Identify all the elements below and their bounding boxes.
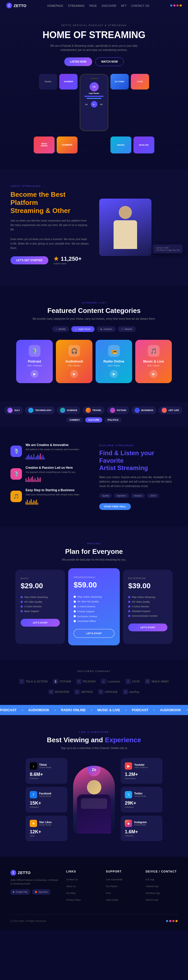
footer-link[interactable]: About Us <box>66 885 76 888</box>
social-card-facebook[interactable]: f Facebook Social Media 15K+ Followers <box>25 787 67 813</box>
wave-bar <box>28 477 29 482</box>
social-card-starlikes[interactable]: ★ Star Likes Social Media 12K+ Likes <box>25 816 67 841</box>
nav-contact[interactable]: CONTACT US <box>131 5 149 7</box>
footer-link[interactable]: Our Blog <box>66 892 75 894</box>
person-name: Carryn Zenith <box>156 247 180 249</box>
dot-icon <box>73 595 76 598</box>
hero-card-dj: DJ TONIK <box>110 74 129 89</box>
footer-brand-desc: Zetto Official Podcast & Streaming. A Po… <box>10 878 58 886</box>
company-arthoz: A ARTHOZ <box>75 689 93 694</box>
ticker-dot: • <box>91 708 92 712</box>
footer-link[interactable]: FAQ <box>106 892 111 894</box>
trial-button[interactable]: START FREE TRIAL <box>99 503 131 510</box>
about-desc-2: Even when you sit down you have a moment… <box>10 237 89 250</box>
instagram-name: Instagram <box>134 821 147 824</box>
social-card-twitter[interactable]: 𝕏 Twitter Social Media 29K+ Followers <box>121 787 163 813</box>
footer-link[interactable]: Live Importantly <box>106 878 123 881</box>
social-card-youtube[interactable]: ▶ Youtube Video Platform 1.2M+ Subscribe… <box>121 758 163 784</box>
footer-dot-red[interactable] <box>172 920 174 922</box>
nav-nft[interactable]: NFT <box>121 5 127 7</box>
about-stats-row: LET'S GET STARTED ★ 11,250+ Active Users <box>10 256 89 265</box>
footer-link[interactable]: Android App <box>146 885 158 888</box>
cat-card-audiobook[interactable]: 🎧 Audiobook 150+ Books ▶ <box>56 340 92 383</box>
wave-bar <box>30 457 30 460</box>
platform-apple[interactable]: ♫ Apple Music <box>71 326 94 332</box>
footer-link[interactable]: Help Center <box>106 899 118 901</box>
cat-card-radio[interactable]: 📻 Radio Online 300+ Radio ▶ <box>96 340 132 383</box>
twitter-name: Twitter <box>134 792 146 795</box>
tag-avatar-fiction <box>110 408 115 413</box>
cat-card-music[interactable]: 🎵 Music & Live 500+ Music ▶ <box>135 340 172 383</box>
ticker-item-0: PODCAST <box>0 708 17 712</box>
platform-spotify[interactable]: ♪ Spotify <box>52 326 69 332</box>
podcast-play-button[interactable]: ▶ <box>30 370 38 378</box>
nav-homepage[interactable]: HOMEPAGE <box>47 5 63 7</box>
footer-dot-pink[interactable] <box>169 920 171 922</box>
footer-bottom: © 2023 Zetto. All Rights Reserved. <box>10 914 178 922</box>
instagram-count: 1.6M+ <box>125 829 158 835</box>
tag-july[interactable]: JULY <box>4 406 23 414</box>
nav-page[interactable]: PAGE <box>89 5 97 7</box>
company-picasso: P PICASSO <box>76 679 96 684</box>
company-booster: B BOOSTER <box>49 689 69 694</box>
feature-item: 4K Ultra HD Quality <box>73 599 115 604</box>
person-clothing <box>81 799 107 809</box>
footer-link[interactable]: Contact Us <box>66 878 78 881</box>
tag-avatar-art <box>162 408 167 413</box>
google-play-badge[interactable]: ▶ Google Play <box>10 889 30 895</box>
tag-travel[interactable]: TRAVEL <box>83 406 105 414</box>
tiktok-sub: Social Media <box>39 766 51 768</box>
tag-comedy[interactable]: COMEDY <box>66 417 83 423</box>
tiktok-icon: ♪ <box>30 762 37 770</box>
tag-politics[interactable]: POLITICS <box>104 417 122 423</box>
brand-logo[interactable]: Z ZETTO <box>6 3 26 8</box>
dot-icon <box>73 620 76 622</box>
wave-bar <box>27 480 28 482</box>
music-play-button[interactable]: ▶ <box>150 370 158 378</box>
nav-discover[interactable]: DISCOVER <box>102 5 116 7</box>
footer-link[interactable]: Privacy Policy <box>66 899 81 901</box>
social-card-instagram[interactable]: ◈ Instagram Social Media 1.6M+ Followers <box>121 816 163 841</box>
app-store-badge[interactable]: 🍎 App Store <box>32 889 51 895</box>
company-icon: W <box>145 679 150 684</box>
about-image-area: Carryn Zenith The Never Forget My Life <box>99 199 178 256</box>
hero-title: HOME OF STREAMING <box>8 30 180 40</box>
wave-bar <box>30 479 30 482</box>
basic-start-button[interactable]: LET'S START <box>21 619 60 627</box>
footer-link[interactable]: MacOS App <box>146 899 158 901</box>
deezer-icon: ◇ <box>121 328 123 330</box>
platform-deezer[interactable]: ◇ Deezer <box>118 326 136 332</box>
about-start-button[interactable]: LET'S GET STARTED <box>10 256 48 264</box>
company-walk: W WALK AWAY <box>145 679 169 684</box>
audiobook-play-button[interactable]: ▶ <box>70 370 78 378</box>
tag-fiction[interactable]: FICTION <box>107 406 129 414</box>
feature-item: Play Online Streaming <box>128 595 167 600</box>
stream-title-3: Easy Step to Starting a Business <box>25 488 80 492</box>
tag-science[interactable]: SCIENCE <box>57 406 80 414</box>
tag-technology[interactable]: TECHNOLOGY <box>25 406 55 414</box>
footer-dot-blue[interactable] <box>166 920 168 922</box>
watch-now-button[interactable]: WATCH NOW <box>95 57 124 66</box>
platform-amazon[interactable]: ◈ Amazon <box>97 326 116 332</box>
radio-play-button[interactable]: ▶ <box>110 370 118 378</box>
instagram-icon: ◈ <box>125 820 132 827</box>
footer-link[interactable]: Our Report <box>106 885 118 888</box>
cat-card-podcast[interactable]: 🎙️ Podcast 250+ Podcast ▶ <box>16 340 53 383</box>
tag-artlife[interactable]: ART LIFE <box>158 406 182 414</box>
wave-bar <box>40 477 41 482</box>
footer-link[interactable]: Windows App <box>146 892 160 894</box>
ent-start-button[interactable]: LET'S START <box>128 624 167 631</box>
audiobook-name: Audiobook <box>60 360 89 363</box>
categories-label: CATEGORY LIST <box>8 301 180 304</box>
nav-streaming[interactable]: STREAMING <box>68 5 84 7</box>
wave-bar <box>37 454 38 460</box>
stream-icon-3: 🎵 <box>10 491 22 502</box>
tag-business[interactable]: BUSINESS <box>131 406 156 414</box>
pro-start-button[interactable]: LET'S START <box>73 629 115 638</box>
listen-now-button[interactable]: LISTEN NOW <box>64 57 92 66</box>
footer-dot-yellow[interactable] <box>175 920 178 922</box>
youtube-sub: Video Platform <box>134 766 148 768</box>
tag-culture[interactable]: CULTURE <box>85 417 102 423</box>
social-card-tiktok[interactable]: ♪ Tiktok Social Media 8.6M+ Followers <box>25 758 67 784</box>
footer-link[interactable]: iOS App <box>146 878 154 881</box>
